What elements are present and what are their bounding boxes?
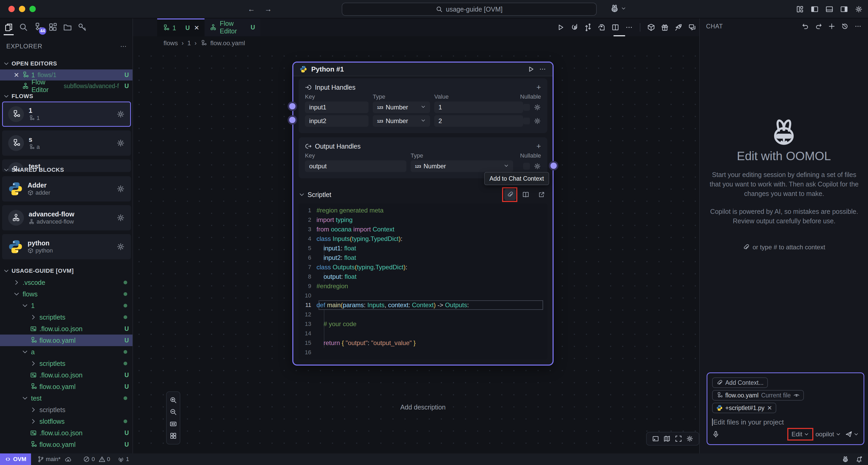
grid-four-icon[interactable] xyxy=(169,432,177,439)
gear-icon[interactable] xyxy=(117,110,125,118)
gear-icon[interactable] xyxy=(117,213,125,222)
flow-card-1[interactable]: 11 xyxy=(2,101,131,127)
node-more-icon[interactable] xyxy=(539,65,546,73)
python-node[interactable]: Python #1 Input Handles + Key Type Value xyxy=(292,62,554,366)
oomol-rabbit-icon[interactable] xyxy=(842,456,849,463)
run-node-icon[interactable] xyxy=(527,65,535,73)
tree-item-slotflows[interactable]: slotflows xyxy=(0,415,133,427)
frame-icon[interactable] xyxy=(675,435,682,442)
open-editor-row[interactable]: ✕1flows/1U xyxy=(0,69,133,81)
chat-history-icon[interactable] xyxy=(841,23,848,30)
ports-indicator[interactable]: 1 xyxy=(118,456,129,463)
type-select[interactable]: 123Number xyxy=(373,101,430,113)
key-input[interactable]: input2 xyxy=(305,115,369,127)
panel-dot-icon[interactable] xyxy=(652,435,659,442)
close-window-button[interactable] xyxy=(8,6,15,12)
panel-right-icon[interactable] xyxy=(840,5,848,13)
window-controls[interactable] xyxy=(8,6,36,12)
debug-rerun-icon[interactable] xyxy=(570,23,578,31)
tree-item-scriptlets[interactable]: scriptlets xyxy=(0,358,133,369)
input1-connection-handle[interactable] xyxy=(289,103,296,109)
swap-icon[interactable] xyxy=(584,23,592,31)
gear-icon[interactable] xyxy=(855,5,863,13)
nullable-checkbox[interactable] xyxy=(523,104,530,111)
microphone-icon[interactable] xyxy=(712,431,719,438)
flow-canvas[interactable]: Python #1 Input Handles + Key Type Value xyxy=(133,50,699,454)
chat-redo-icon[interactable] xyxy=(815,23,822,30)
activity-files-button[interactable] xyxy=(4,23,13,32)
open-in-editor-button[interactable] xyxy=(536,189,547,200)
shared-blocks-section-header[interactable]: SHARED BLOCKS xyxy=(0,165,133,175)
navigate-back-icon[interactable]: ← xyxy=(247,5,255,13)
tree-item-scriptlets[interactable]: scriptlets xyxy=(0,311,133,323)
tree-item-.flow.ui.oo.json[interactable]: .flow.ui.oo.jsonU xyxy=(0,427,133,439)
code-line-10[interactable]: 10 xyxy=(299,291,547,300)
code-line-6[interactable]: 6 input2: float xyxy=(299,253,547,262)
close-editor-icon[interactable]: ✕ xyxy=(14,71,19,79)
tree-item-test[interactable]: test xyxy=(0,393,133,404)
tree-item-.flow.ui.oo.json[interactable]: .flow.ui.oo.jsonU xyxy=(0,369,133,381)
code-line-11[interactable]: 11def main(params: Inputs, context: Cont… xyxy=(299,300,547,310)
panel-left-icon[interactable] xyxy=(811,5,818,13)
code-line-1[interactable]: 1#region generated meta xyxy=(299,206,547,215)
open-docs-button[interactable] xyxy=(520,189,531,200)
chat-plus-icon[interactable] xyxy=(828,23,835,30)
mode-picker[interactable]: Edit xyxy=(788,430,812,439)
flows-section-header[interactable]: FLOWS xyxy=(0,91,133,101)
key-input[interactable]: input1 xyxy=(305,101,369,113)
tree-item-.flow.ui.oo.json[interactable]: .flow.ui.oo.jsonU xyxy=(0,323,133,335)
minimize-window-button[interactable] xyxy=(19,6,25,12)
remove-chip-icon[interactable]: ✕ xyxy=(767,405,772,412)
scriptlet-code-editor[interactable]: 1#region generated meta2import typing3fr… xyxy=(299,204,547,359)
gear-icon[interactable] xyxy=(534,104,541,111)
current-file-chip[interactable]: flow.oo.yaml Current file xyxy=(712,390,804,401)
gear-icon[interactable] xyxy=(534,163,541,170)
add-context-chip[interactable]: Add Context... xyxy=(712,377,768,388)
code-line-4[interactable]: 4class Inputs(typing.TypedDict): xyxy=(299,234,547,243)
gear-icon[interactable] xyxy=(534,117,541,125)
open-editors-section-header[interactable]: OPEN EDITORS xyxy=(0,58,133,69)
value-input[interactable]: 2 xyxy=(434,115,523,127)
gear-icon[interactable] xyxy=(117,185,125,193)
panel-bottom-icon[interactable] xyxy=(826,5,833,13)
activity-blocks-button[interactable] xyxy=(49,23,57,32)
add-input-icon[interactable]: + xyxy=(536,83,541,92)
tree-item-flow.oo.yaml[interactable]: flow.oo.yamlU xyxy=(0,381,133,393)
activity-key-button[interactable] xyxy=(78,23,87,32)
code-line-16[interactable]: 16 xyxy=(299,348,547,357)
copilot-menu[interactable] xyxy=(610,4,626,13)
scriptlet-file-chip[interactable]: +scriptlet#1.py ✕ xyxy=(712,403,776,413)
code-line-15[interactable]: 15 return { "output": "output_value" } xyxy=(299,338,547,348)
code-line-14[interactable]: 14 xyxy=(299,329,547,338)
nullable-checkbox[interactable] xyxy=(523,118,530,124)
command-center-search[interactable]: usage-guide [OVM] xyxy=(342,3,597,16)
navigate-forward-icon[interactable]: → xyxy=(264,5,272,13)
type-select[interactable]: 123Number xyxy=(373,115,430,127)
scriptlet-section-header[interactable]: Scriptlet xyxy=(299,188,547,201)
zoom-in-icon[interactable] xyxy=(169,396,177,404)
close-tab-icon[interactable]: ✕ xyxy=(194,24,199,32)
breadcrumb[interactable]: flows › 1 › flow.oo.yaml xyxy=(163,36,245,50)
code-line-3[interactable]: 3from oocana import Context xyxy=(299,225,547,234)
activity-flow-button[interactable]: 44 xyxy=(34,23,42,32)
gift-icon[interactable] xyxy=(661,23,669,31)
type-select[interactable]: 123Number xyxy=(411,161,513,172)
flow-card-s[interactable]: sa xyxy=(2,130,131,156)
branch-indicator[interactable]: main* xyxy=(37,456,71,463)
code-line-13[interactable]: 13 # your code xyxy=(299,319,547,329)
shared-block-card-advanced-flow[interactable]: advanced-flowadvanced-flow xyxy=(2,205,131,230)
tree-item-scriptlets[interactable]: scriptlets xyxy=(0,404,133,415)
notifications-bell-icon[interactable] xyxy=(856,456,863,463)
code-line-9[interactable]: 9#endregion xyxy=(299,282,547,291)
code-line-12[interactable]: 12 xyxy=(299,310,547,319)
eye-icon[interactable] xyxy=(793,392,800,399)
code-line-5[interactable]: 5 input1: float xyxy=(299,243,547,253)
chat-bubbles-icon[interactable] xyxy=(688,23,696,31)
tab-flow-editor[interactable]: Flow Editor U xyxy=(205,19,260,36)
chat-input-placeholder[interactable]: Edit files in your project xyxy=(713,418,784,426)
send-button[interactable] xyxy=(845,431,859,438)
ellipsis-icon[interactable] xyxy=(625,23,633,31)
chat-undo-icon[interactable] xyxy=(802,23,809,30)
gear-icon[interactable] xyxy=(117,139,125,147)
gear-icon[interactable] xyxy=(117,242,125,251)
